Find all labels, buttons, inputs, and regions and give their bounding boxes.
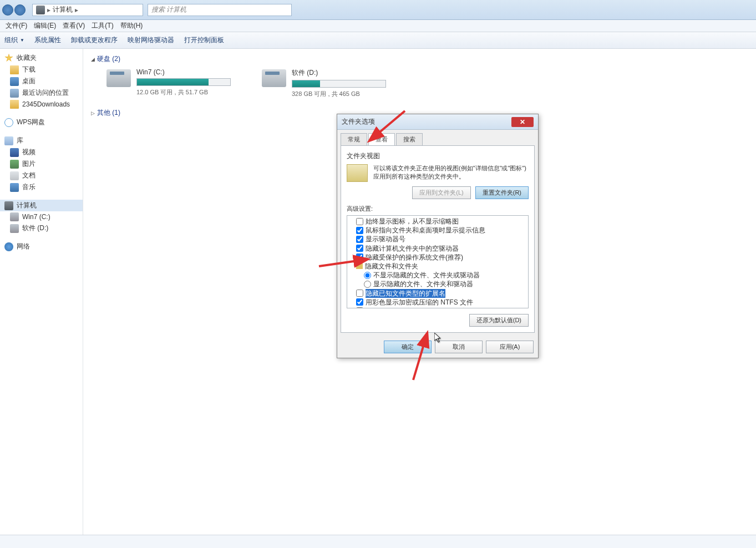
sidebar-network[interactable]: 网络: [0, 241, 83, 252]
tab-view[interactable]: 查看: [368, 133, 395, 145]
sidebar-libraries[interactable]: 库: [0, 135, 83, 146]
menu-tools[interactable]: 工具(T): [88, 21, 116, 31]
caret-right-icon: ▷: [91, 110, 95, 116]
sidebar-downloads[interactable]: 下载: [0, 64, 83, 75]
adv-item-label: 在标题栏显示完整路径(仅限经典主题): [366, 307, 476, 308]
drive-usage-bar: [292, 80, 386, 88]
radio[interactable]: [364, 272, 371, 279]
sidebar-drive-d[interactable]: 软件 (D:): [0, 222, 83, 234]
adv-item-label: 不显示隐藏的文件、文件夹或驱动器: [373, 271, 480, 280]
adv-setting-item[interactable]: 用彩色显示加密或压缩的 NTFS 文件: [348, 298, 527, 307]
checkbox[interactable]: [356, 298, 363, 306]
drive-item[interactable]: 软件 (D:) 328 GB 可用 , 共 465 GB: [262, 68, 395, 98]
nav-forward-button[interactable]: [14, 4, 26, 16]
close-button[interactable]: ✕: [511, 117, 534, 127]
checkbox[interactable]: [356, 253, 363, 261]
sidebar-favorites[interactable]: 收藏夹: [0, 52, 83, 64]
adv-item-label: 显示驱动器号: [366, 235, 405, 243]
group-drives-header[interactable]: ◢硬盘 (2): [91, 54, 748, 64]
network-icon: [4, 242, 13, 251]
sidebar-recent[interactable]: 最近访问的位置: [0, 87, 83, 99]
sidebar-wps[interactable]: WPS网盘: [0, 116, 83, 128]
menu-file[interactable]: 文件(F): [2, 21, 31, 31]
breadcrumb-sep: ▸: [47, 6, 50, 14]
dialog-tabs: 常规 查看 搜索: [337, 130, 538, 145]
computer-icon: [4, 201, 13, 210]
search-input[interactable]: 搜索 计算机: [148, 4, 292, 16]
dialog-titlebar[interactable]: 文件夹选项 ✕: [337, 114, 538, 130]
adv-item-label: 隐藏已知文件类型的扩展名: [366, 289, 445, 298]
breadcrumb[interactable]: ▸ 计算机 ▸: [32, 4, 143, 16]
advanced-settings-list[interactable]: 始终显示图标，从不显示缩略图鼠标指向文件夹和桌面项时显示提示信息显示驱动器号隐藏…: [347, 215, 529, 308]
menu-view[interactable]: 查看(V): [59, 21, 88, 31]
apply-button[interactable]: 应用(A): [486, 341, 534, 353]
computer-icon: [36, 6, 45, 14]
checkbox[interactable]: [356, 307, 363, 308]
folder-icon: [356, 263, 363, 269]
sidebar-video[interactable]: 视频: [0, 146, 83, 158]
toolbar-controlpanel[interactable]: 打开控制面板: [184, 35, 224, 45]
toolbar-mapdrive[interactable]: 映射网络驱动器: [128, 35, 174, 45]
drive-item[interactable]: Win7 (C:) 12.0 GB 可用 , 共 51.7 GB: [106, 68, 240, 98]
folder-icon: [10, 65, 19, 74]
drive-name: Win7 (C:): [136, 68, 240, 76]
dialog-title: 文件夹选项: [342, 117, 511, 126]
folder-options-dialog: 文件夹选项 ✕ 常规 查看 搜索 文件夹视图 可以将该文件夹正在使用的视图(例如…: [337, 114, 539, 358]
menubar: 文件(F) 编辑(E) 查看(V) 工具(T) 帮助(H): [0, 20, 756, 32]
library-icon: [4, 136, 13, 145]
sidebar-pictures[interactable]: 图片: [0, 158, 83, 170]
adv-setting-item[interactable]: 始终显示图标，从不显示缩略图: [348, 217, 527, 226]
desktop-icon: [10, 77, 19, 86]
checkbox[interactable]: [356, 245, 363, 252]
sidebar-drive-c[interactable]: Win7 (C:): [0, 211, 83, 222]
drive-info-text: 328 GB 可用 , 共 465 GB: [292, 90, 395, 98]
advanced-settings-label: 高级设置:: [347, 205, 529, 213]
nav-back-button[interactable]: [2, 4, 13, 16]
cancel-button[interactable]: 取消: [435, 341, 483, 353]
reset-folders-button[interactable]: 重置文件夹(R): [475, 186, 529, 199]
music-icon: [10, 183, 19, 192]
checkbox[interactable]: [356, 218, 363, 225]
window-titlebar: ▸ 计算机 ▸ 搜索 计算机: [0, 0, 756, 20]
tab-search[interactable]: 搜索: [396, 133, 423, 145]
adv-item-label: 隐藏受保护的操作系统文件(推荐): [366, 253, 463, 262]
sidebar-documents[interactable]: 文档: [0, 170, 83, 181]
adv-setting-item[interactable]: 不显示隐藏的文件、文件夹或驱动器: [348, 271, 527, 280]
sidebar-2345downloads[interactable]: 2345Downloads: [0, 99, 83, 110]
cloud-icon: [4, 118, 13, 127]
sidebar-desktop[interactable]: 桌面: [0, 75, 83, 87]
drive-usage-bar: [136, 78, 231, 86]
ok-button[interactable]: 确定: [384, 341, 432, 353]
checkbox[interactable]: [356, 236, 363, 243]
adv-setting-item[interactable]: 隐藏文件和文件夹: [348, 262, 527, 271]
adv-setting-item[interactable]: 显示驱动器号: [348, 235, 527, 243]
drive-icon: [10, 224, 19, 233]
checkbox[interactable]: [356, 290, 363, 297]
drive-name: 软件 (D:): [292, 68, 395, 78]
menu-help[interactable]: 帮助(H): [117, 21, 146, 31]
adv-setting-item[interactable]: 隐藏已知文件类型的扩展名: [348, 289, 527, 298]
chevron-down-icon: ▼: [20, 38, 24, 43]
star-icon: [4, 54, 13, 63]
adv-setting-item[interactable]: 隐藏受保护的操作系统文件(推荐): [348, 253, 527, 262]
adv-item-label: 鼠标指向文件夹和桌面项时显示提示信息: [366, 226, 485, 235]
sidebar-computer[interactable]: 计算机: [0, 200, 83, 211]
adv-setting-item[interactable]: 鼠标指向文件夹和桌面项时显示提示信息: [348, 226, 527, 235]
checkbox[interactable]: [356, 227, 363, 234]
restore-defaults-button[interactable]: 还原为默认值(D): [469, 314, 529, 327]
section-folderview-title: 文件夹视图: [347, 151, 529, 161]
toolbar-sysprops[interactable]: 系统属性: [34, 35, 61, 45]
adv-setting-item[interactable]: 显示隐藏的文件、文件夹和驱动器: [348, 280, 527, 288]
adv-setting-item[interactable]: 在标题栏显示完整路径(仅限经典主题): [348, 307, 527, 308]
breadcrumb-location[interactable]: 计算机: [53, 5, 73, 14]
apply-to-folders-button[interactable]: 应用到文件夹(L): [412, 186, 470, 199]
recent-icon: [10, 89, 19, 98]
adv-setting-item[interactable]: 隐藏计算机文件夹中的空驱动器: [348, 244, 527, 253]
adv-item-label: 隐藏文件和文件夹: [365, 262, 418, 271]
toolbar-organize[interactable]: 组织▼: [4, 35, 24, 45]
toolbar-uninstall[interactable]: 卸载或更改程序: [71, 35, 118, 45]
menu-edit[interactable]: 编辑(E): [31, 21, 59, 31]
tab-general[interactable]: 常规: [341, 133, 367, 145]
sidebar-music[interactable]: 音乐: [0, 181, 83, 193]
radio[interactable]: [364, 281, 371, 288]
